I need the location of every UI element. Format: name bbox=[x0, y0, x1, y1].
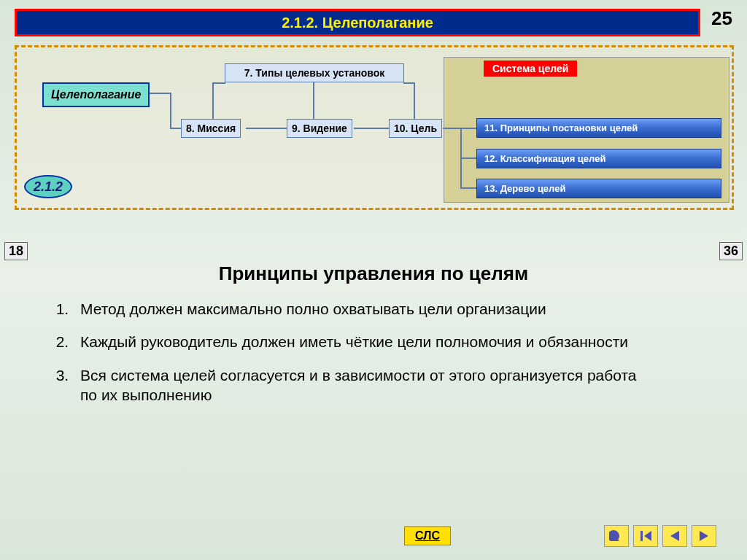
list-item: Метод должен максимально полно охватыват… bbox=[73, 299, 657, 319]
list-item: Каждый руководитель должен иметь чёткие … bbox=[73, 332, 657, 351]
sls-button[interactable]: СЛС bbox=[404, 526, 451, 545]
section-badge[interactable]: 2.1.2 bbox=[24, 175, 72, 198]
nav-prev-button[interactable] bbox=[662, 525, 687, 547]
node-9[interactable]: 9. Видение bbox=[287, 119, 352, 138]
header-bar: 2.1.2. Целеполагание bbox=[15, 9, 700, 36]
node-7[interactable]: 7. Типы целевых установок bbox=[225, 63, 404, 82]
diagram-container: Система целей Целеполагание 7. Типы целе… bbox=[15, 45, 734, 210]
connector bbox=[414, 82, 415, 119]
node-12[interactable]: 12. Классификация целей bbox=[476, 149, 721, 168]
connector bbox=[313, 82, 314, 119]
connector bbox=[212, 82, 214, 119]
connector bbox=[403, 82, 415, 84]
content-list: Метод должен максимально полно охватыват… bbox=[73, 299, 657, 418]
node-8[interactable]: 8. Миссия bbox=[181, 119, 241, 138]
nav-first-button[interactable] bbox=[633, 525, 658, 547]
nav-prev-label[interactable]: 18 bbox=[4, 242, 28, 260]
nav-next-button[interactable] bbox=[692, 525, 716, 547]
connector bbox=[170, 93, 171, 128]
page-number: 25 bbox=[711, 7, 732, 30]
header-title: 2.1.2. Целеполагание bbox=[282, 15, 433, 31]
connector bbox=[443, 128, 476, 129]
connector bbox=[460, 187, 476, 189]
node-main[interactable]: Целеполагание bbox=[42, 82, 150, 107]
content-title: Принципы управления по целям bbox=[0, 262, 747, 285]
nav-next-label[interactable]: 36 bbox=[719, 242, 743, 260]
connector bbox=[212, 82, 225, 84]
connector bbox=[354, 128, 389, 129]
node-13[interactable]: 13. Дерево целей bbox=[476, 179, 721, 198]
system-goals-label: Система целей bbox=[484, 61, 577, 77]
connector bbox=[460, 158, 476, 159]
connector bbox=[246, 128, 287, 129]
list-item: Вся система целей согласуется и в зависи… bbox=[73, 365, 657, 405]
connector bbox=[170, 128, 181, 129]
node-11[interactable]: 11. Принципы постановки целей bbox=[476, 118, 721, 138]
connector bbox=[150, 93, 171, 94]
node-10[interactable]: 10. Цель bbox=[389, 119, 442, 138]
nav-home-button[interactable] bbox=[604, 525, 629, 547]
